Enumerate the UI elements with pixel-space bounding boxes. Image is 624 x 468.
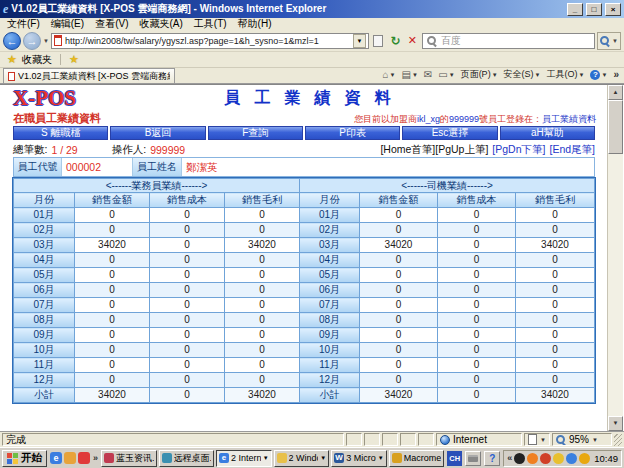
value-cell: 0	[516, 283, 595, 298]
employee-code-field[interactable]: 000002	[62, 158, 132, 176]
search-go-button[interactable]: ▼	[597, 32, 621, 50]
menu-item-4[interactable]: 收藏夹(A)	[139, 18, 182, 30]
taskbar-button-5[interactable]: W3 Micros...▼	[331, 450, 387, 467]
value-cell: 0	[150, 268, 225, 283]
page-function-button-3[interactable]: F查詢	[208, 126, 303, 140]
maximize-button[interactable]: □	[586, 3, 602, 16]
month-cell: 小計	[14, 388, 75, 403]
tools-menu-button[interactable]: 工具(O)▼	[547, 68, 585, 81]
month-cell: 08月	[300, 313, 360, 328]
scroll-up-icon[interactable]: ▲	[608, 85, 623, 100]
tray-icon-3[interactable]	[540, 453, 551, 464]
page-function-button-6[interactable]: aH幫助	[500, 126, 595, 140]
qq-quick-icon[interactable]	[78, 452, 90, 464]
value-cell: 0	[516, 373, 595, 388]
page-function-button-5[interactable]: Esc選擇	[402, 126, 497, 140]
taskbar-button-3[interactable]: e2 Intern...▼	[216, 450, 272, 467]
value-cell: 0	[225, 313, 300, 328]
forward-button[interactable]: →	[23, 32, 41, 50]
more-chevron-icon[interactable]: »	[613, 69, 619, 80]
tray-icon-2[interactable]	[527, 453, 538, 464]
close-button[interactable]: ×	[605, 3, 621, 16]
taskbar-button-1[interactable]: 蓝玉资讯...	[101, 450, 157, 467]
value-cell: 0	[516, 208, 595, 223]
print-button[interactable]: ▭▼	[438, 70, 454, 80]
add-favorite-icon[interactable]: ★	[69, 54, 79, 65]
stop-button[interactable]: ✕	[405, 33, 420, 49]
qq-tray-icon[interactable]	[514, 453, 525, 464]
employee-info-box: 員工代號 000002 員工姓名 鄭潔英	[13, 157, 595, 177]
month-row: 10月00010月000	[14, 343, 595, 358]
menu-item-2[interactable]: 编辑(E)	[51, 18, 84, 30]
scrollbar-thumb[interactable]	[608, 100, 623, 154]
value-cell: 0	[438, 268, 516, 283]
zone-text: Internet	[453, 434, 487, 445]
tab-active[interactable]: V1.02員工業績資料 [X-POS 雲端商務網]	[3, 68, 175, 83]
month-cell: 05月	[300, 268, 360, 283]
value-cell: 0	[75, 373, 150, 388]
refresh-button[interactable]: ↻	[388, 33, 403, 49]
menu-item-3[interactable]: 查看(V)	[95, 18, 128, 30]
stop-icon: ✕	[408, 34, 417, 47]
value-cell: 0	[75, 268, 150, 283]
tray-icon-4[interactable]	[553, 453, 564, 464]
search-input[interactable]: 百度	[422, 33, 595, 49]
value-cell: 0	[75, 328, 150, 343]
nav-keys-home-pgup[interactable]: [Home首筆][PgUp上筆]	[380, 143, 488, 157]
page-button-bar: S 離職檔B返回F查詢P印表Esc選擇aH幫助	[13, 126, 595, 140]
mail-quick-icon[interactable]	[64, 452, 76, 464]
month-row: 01月00001月000	[14, 208, 595, 223]
favorites-button[interactable]: 收藏夹	[22, 53, 52, 67]
page-zoom-button[interactable]: ▼	[524, 433, 550, 446]
menu-item-6[interactable]: 帮助(H)	[238, 18, 272, 30]
value-cell: 0	[438, 283, 516, 298]
printer-tray-button[interactable]	[465, 451, 481, 466]
zoom-value: 95%	[569, 434, 589, 445]
page-function-button-2[interactable]: B返回	[110, 126, 205, 140]
address-dropdown-icon[interactable]: ▼	[353, 34, 366, 48]
zoom-level-button[interactable]: 95% ▼	[552, 433, 612, 446]
home-button[interactable]: ⌂▼	[382, 70, 395, 80]
feeds-button[interactable]: ▤▼	[401, 70, 417, 80]
nav-key-pgdn[interactable]: [PgDn下筆]	[492, 143, 545, 157]
start-label: 开始	[21, 451, 42, 465]
page-function-button-4[interactable]: P印表	[305, 126, 400, 140]
help-menu-button[interactable]: ?▼	[590, 70, 607, 80]
taskbar-button-6[interactable]: Macromed...	[389, 450, 445, 467]
address-input[interactable]: http://win2008/tw/salary/ygyszl.asp?page…	[51, 33, 369, 49]
desktop: e V1.02員工業績資料 [X-POS 雲端商務網] - Windows In…	[0, 0, 624, 468]
taskbar-button-label: 2 Intern...	[231, 453, 261, 463]
windows-logo-icon	[7, 453, 18, 464]
page-function-button-1[interactable]: S 離職檔	[13, 126, 108, 140]
back-button[interactable]: ←	[3, 32, 21, 50]
ie-quick-icon[interactable]: e	[50, 452, 62, 464]
tray-chevron-icon[interactable]: «	[507, 453, 512, 463]
month-row: 05月00005月000	[14, 268, 595, 283]
menu-item-5[interactable]: 工具(T)	[194, 18, 227, 30]
scroll-down-icon[interactable]: ▼	[608, 416, 623, 431]
page-menu-button[interactable]: 页面(P)▼	[461, 68, 498, 81]
vertical-scrollbar[interactable]: ▲ ▼	[607, 85, 623, 431]
taskbar-button-4[interactable]: 2 Window...▼	[274, 450, 330, 467]
quick-launch-chevron-icon[interactable]: »	[93, 453, 98, 463]
month-cell: 05月	[14, 268, 75, 283]
minimize-button[interactable]: _	[567, 3, 583, 16]
compatibility-view-button[interactable]	[371, 33, 386, 49]
ime-language-button[interactable]: CH	[447, 451, 462, 466]
menu-item-1[interactable]: 文件(F)	[7, 18, 40, 30]
help-tray-button[interactable]: ?	[484, 451, 500, 466]
employee-name-field[interactable]: 鄭潔英	[182, 158, 594, 176]
status-panel	[346, 433, 362, 446]
value-cell: 0	[516, 313, 595, 328]
column-header: 月份	[14, 193, 75, 208]
nav-key-end[interactable]: [End尾筆]	[549, 143, 595, 157]
tray-icon-5[interactable]	[566, 453, 577, 464]
history-dropdown-icon[interactable]: ▼	[43, 38, 49, 44]
safety-menu-button[interactable]: 安全(S)▼	[504, 68, 541, 81]
taskbar-button-2[interactable]: 远程桌面...	[159, 450, 215, 467]
word-icon: W	[334, 453, 344, 463]
mail-button[interactable]: ✉	[424, 70, 432, 80]
column-header: 銷售成本	[438, 193, 516, 208]
security-shield-icon[interactable]	[579, 453, 590, 464]
start-button[interactable]: 开始	[2, 450, 47, 467]
